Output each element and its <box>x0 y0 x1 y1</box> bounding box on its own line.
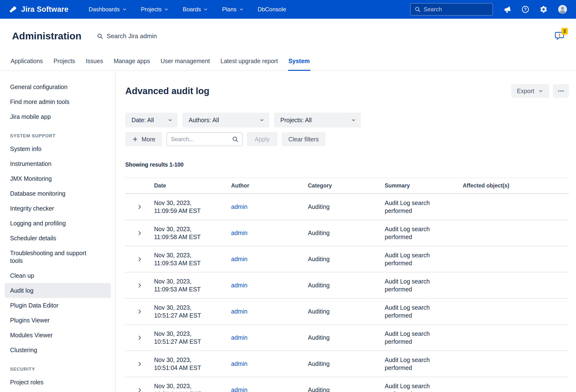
sidebar-support-list: System info Instrumentation JMX Monitori… <box>0 141 115 358</box>
sidebar-item-logging-and-profiling[interactable]: Logging and profiling <box>5 216 111 231</box>
export-button[interactable]: Export <box>511 84 549 98</box>
audit-search[interactable] <box>166 132 243 146</box>
sidebar-item-find-more-admin-tools[interactable]: Find more admin tools <box>5 94 111 109</box>
sidebar-item-integrity-checker[interactable]: Integrity checker <box>5 201 111 216</box>
expand-row-icon[interactable] <box>135 281 144 290</box>
announcements-icon[interactable] <box>502 4 512 14</box>
sidebar-item-clustering[interactable]: Clustering <box>5 343 111 358</box>
author-link[interactable]: admin <box>231 387 247 392</box>
more-actions-button[interactable] <box>553 84 569 98</box>
sidebar-item-audit-log[interactable]: Audit log <box>5 283 111 298</box>
expand-row-icon[interactable] <box>135 386 144 392</box>
jira-logo-icon <box>9 5 17 14</box>
sidebar-item-database-monitoring[interactable]: Database monitoring <box>5 186 111 201</box>
sidebar-item-jira-mobile-app[interactable]: Jira mobile app <box>5 109 111 124</box>
tab-system[interactable]: System <box>288 58 310 71</box>
audit-category: Auditing <box>308 281 385 289</box>
chevron-down-icon <box>351 117 356 123</box>
tab-manage-apps[interactable]: Manage apps <box>113 58 150 71</box>
audit-category: Auditing <box>308 203 385 211</box>
audit-summary: Audit Log search performed <box>385 304 463 319</box>
chevron-down-icon <box>203 7 208 12</box>
sidebar-item-scheduler-details[interactable]: Scheduler details <box>5 231 111 245</box>
apply-button[interactable]: Apply <box>247 132 277 146</box>
sidebar-top-list: General configuration Find more admin to… <box>0 79 115 124</box>
sidebar-item-troubleshooting-and-support-tools[interactable]: Troubleshooting and support tools <box>5 245 111 268</box>
nav-item-boards[interactable]: Boards <box>183 6 208 13</box>
author-link[interactable]: admin <box>231 334 247 341</box>
tab-user-management[interactable]: User management <box>160 58 210 71</box>
tab-projects[interactable]: Projects <box>53 58 76 71</box>
authors-filter-dropdown[interactable]: Authors: All <box>182 113 269 127</box>
audit-search-input[interactable] <box>171 136 230 143</box>
nav-item-dbconsole[interactable]: DbConsole <box>258 6 286 13</box>
audit-log-title: Advanced audit log <box>125 86 209 96</box>
sidebar-item-plugins-viewer[interactable]: Plugins Viewer <box>5 313 111 328</box>
audit-category: Auditing <box>308 307 385 315</box>
search-icon <box>414 6 421 12</box>
sidebar-item-instrumentation[interactable]: Instrumentation <box>5 156 111 171</box>
nav-item-label: Plans <box>222 6 236 13</box>
clear-filters-button[interactable]: Clear filters <box>282 132 325 146</box>
tab-applications[interactable]: Applications <box>10 58 43 71</box>
date-filter-dropdown[interactable]: Date: All <box>125 113 178 127</box>
audit-category: Auditing <box>308 360 385 368</box>
sidebar-section-system-support: SYSTEM SUPPORT <box>0 133 115 139</box>
admin-search-label: Search Jira admin <box>107 32 157 40</box>
audit-summary: Audit Log search performed <box>385 330 463 345</box>
projects-filter-dropdown[interactable]: Projects: All <box>274 113 361 127</box>
expand-row-icon[interactable] <box>135 307 144 316</box>
notification-badge: 2 <box>561 28 568 35</box>
expand-row-icon[interactable] <box>135 255 144 264</box>
feedback-button[interactable]: 2 <box>554 31 565 41</box>
nav-item-label: Boards <box>183 6 201 13</box>
expand-row-icon[interactable] <box>135 202 144 211</box>
navbar-right: ? <box>410 3 567 16</box>
audit-log-table: Date Author Category Summary Affected ob… <box>125 178 569 392</box>
audit-date: Nov 30, 2023,10:51:04 AM EST <box>154 356 231 372</box>
admin-search[interactable]: Search Jira admin <box>97 32 157 40</box>
gear-icon[interactable] <box>540 5 548 13</box>
sidebar-item-modules-viewer[interactable]: Modules Viewer <box>5 328 111 343</box>
sidebar-item-system-info[interactable]: System info <box>5 141 111 156</box>
nav-item-projects[interactable]: Projects <box>141 6 169 13</box>
author-link[interactable]: admin <box>231 203 247 210</box>
system-sidebar: General configuration Find more admin to… <box>0 71 116 392</box>
jira-logo[interactable]: Jira Software <box>9 5 68 14</box>
help-icon[interactable]: ? <box>521 5 529 13</box>
header-affected-objects: Affected object(s) <box>463 182 569 189</box>
nav-item-plans[interactable]: Plans <box>222 6 244 13</box>
table-row: Nov 30, 2023,11:09:58 AM EST admin Audit… <box>125 220 569 246</box>
audit-date: Nov 30, 2023,11:09:53 AM EST <box>154 251 231 267</box>
nav-item-dashboards[interactable]: Dashboards <box>88 6 127 13</box>
global-search[interactable] <box>410 3 493 16</box>
audit-summary: Audit Log search performed <box>385 199 463 215</box>
sidebar-item-global-permissions[interactable]: Global permissions <box>5 390 111 392</box>
main-heading-row: Advanced audit log Export <box>125 84 569 98</box>
expand-row-icon[interactable] <box>135 229 144 238</box>
sidebar-item-general-configuration[interactable]: General configuration <box>5 79 111 94</box>
author-link[interactable]: admin <box>231 282 247 289</box>
sidebar-item-jmx-monitoring[interactable]: JMX Monitoring <box>5 171 111 186</box>
audit-category: Auditing <box>308 334 385 342</box>
sidebar-item-clean-up[interactable]: Clean up <box>5 268 111 283</box>
author-link[interactable]: admin <box>231 230 247 236</box>
author-link[interactable]: admin <box>231 308 247 315</box>
search-icon <box>232 136 239 143</box>
more-filters-button[interactable]: More <box>125 132 162 146</box>
avatar[interactable] <box>558 4 567 14</box>
expand-row-icon[interactable] <box>135 359 144 368</box>
global-search-input[interactable] <box>424 6 489 13</box>
tab-latest-upgrade-report[interactable]: Latest upgrade report <box>220 58 278 71</box>
audit-date: Nov 30, 2023,11:09:59 AM EST <box>154 199 231 215</box>
sidebar-item-project-roles[interactable]: Project roles <box>5 375 111 390</box>
content: General configuration Find more admin to… <box>0 71 576 392</box>
search-icon <box>97 33 103 39</box>
tab-issues[interactable]: Issues <box>85 58 103 71</box>
plus-icon <box>132 136 138 142</box>
author-link[interactable]: admin <box>231 256 247 262</box>
table-row: Nov 30, 2023,10:51:04 AM EST admin Audit… <box>125 351 569 377</box>
author-link[interactable]: admin <box>231 360 247 367</box>
sidebar-item-plugin-data-editor[interactable]: Plugin Data Editor <box>5 298 111 313</box>
expand-row-icon[interactable] <box>135 333 144 342</box>
